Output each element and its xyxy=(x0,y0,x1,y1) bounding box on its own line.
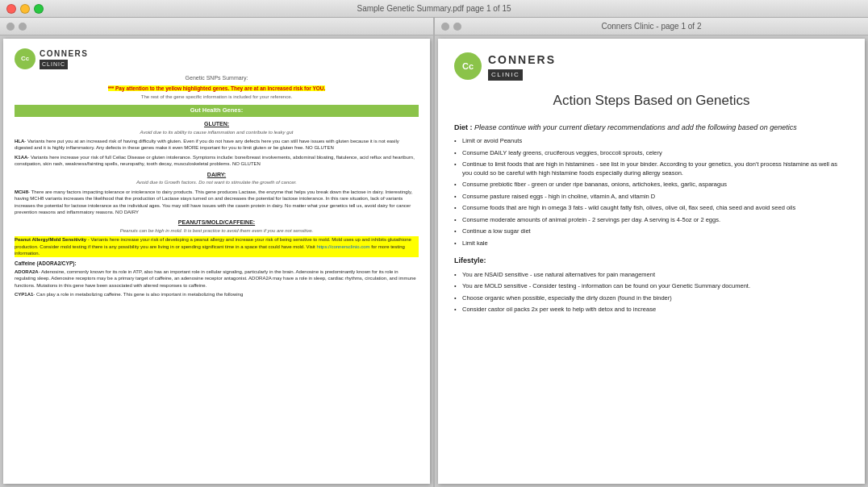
hla-body: - Variants here put you at an increased … xyxy=(15,139,399,150)
maximize-button[interactable] xyxy=(34,4,44,14)
lifestyle-bullet-3: •Choose organic when possible, especiall… xyxy=(454,294,849,303)
lifestyle-bullet-2: •You are MOLD sensitive - Consider testi… xyxy=(454,282,849,291)
left-subtext: The rest of the gene specific informatio… xyxy=(15,94,419,100)
lifestyle-bullet-4: •Consider castor oil packs 2x per week t… xyxy=(454,306,849,314)
diet-intro: Please continue with your current dietar… xyxy=(474,123,797,131)
left-pdf-panel: Cc CONNERS CLINIC Genetic SNPs Summary: … xyxy=(0,18,433,487)
diet-bullet-8: •Continue a low sugar diet xyxy=(454,227,849,236)
caffeine-header: Caffeine (ADORA2/CYP): xyxy=(15,260,419,267)
right-logo-text: CONNERS CLINIC xyxy=(488,52,556,81)
peanuts-header: PEANUTS/MOLD/CAFFEINE: xyxy=(15,219,419,227)
right-main-title: Action Steps Based on Genetics xyxy=(454,90,849,111)
nav-btn-2[interactable] xyxy=(19,23,27,31)
cyp-text: CYP1A1- Can play a role in metabolizing … xyxy=(15,291,419,298)
diet-bullet-7: •Consume moderate amounts of animal prot… xyxy=(454,216,849,225)
gut-health-header: Gut Health Genes: xyxy=(15,105,419,117)
right-brand-sub: CLINIC xyxy=(488,69,523,81)
right-nav-btn-2[interactable] xyxy=(453,23,461,31)
left-pdf-nav xyxy=(6,23,27,31)
right-pdf-content-area: Cc CONNERS CLINIC Action Steps Based on … xyxy=(435,35,868,487)
mch8-label: MCH8 xyxy=(15,189,28,194)
k1aa-label: K1AA xyxy=(15,155,27,160)
mch8-body: - There are many factors impacting toler… xyxy=(15,189,412,214)
diet-bullet-1: •Limit or avoid Peanuts xyxy=(454,137,849,146)
diet-bullets-container: •Limit or avoid Peanuts •Consume DAILY l… xyxy=(454,137,849,248)
dairy-header: DAIRY: xyxy=(15,171,419,179)
gluten-header: GLUTEN: xyxy=(15,120,419,128)
right-pdf-panel: Conners Clinic - page 1 of 2 Cc CONNERS … xyxy=(435,18,868,487)
left-pdf-content-area: Cc CONNERS CLINIC Genetic SNPs Summary: … xyxy=(0,35,433,487)
diet-bullet-3: •Continue to limit foods that are high i… xyxy=(454,160,849,177)
left-pdf-toolbar xyxy=(0,18,433,35)
warning-highlight: *** Pay attention to the yellow highligh… xyxy=(108,85,326,91)
minimize-button[interactable] xyxy=(20,4,30,14)
k1aa-body: - Variants here increase your risk of fu… xyxy=(15,155,415,166)
peanut-allergy-highlight: Peanut Allergy/Mold Sensitivity - Varian… xyxy=(15,236,419,256)
lifestyle-label: Lifestyle: xyxy=(454,256,849,267)
left-logo-circle: Cc xyxy=(15,48,35,69)
dairy-italic: Avoid due to Growth factors. Do not want… xyxy=(15,179,419,185)
diet-label-text: Diet : xyxy=(454,123,473,131)
cyp-label: CYP1A1 xyxy=(15,292,33,297)
right-logo-area: Cc CONNERS CLINIC xyxy=(454,52,849,81)
mch8-text: MCH8- There are many factors impacting t… xyxy=(15,189,419,216)
left-pdf-tab-title: Sample Genetic Summary.pdf page 1 of 15 xyxy=(357,4,511,13)
diet-bullet-9: •Limit kale xyxy=(454,239,849,248)
right-pdf-nav xyxy=(441,23,461,31)
hla-text: HLA- Variants here put you at an increas… xyxy=(15,138,419,152)
diet-bullet-6: •Consume foods that are high in omega 3 … xyxy=(454,204,849,213)
lifestyle-bullet-1: •You are NSAID sensitive - use natural a… xyxy=(454,271,849,280)
peanut-allergy-label: Peanut Allergy/Mold Sensitivity xyxy=(15,237,86,242)
diet-bullet-4: •Consume prebiotic fiber - green or unde… xyxy=(454,181,849,189)
right-pdf-page: Cc CONNERS CLINIC Action Steps Based on … xyxy=(438,39,865,484)
left-pdf-page: Cc CONNERS CLINIC Genetic SNPs Summary: … xyxy=(3,39,430,484)
gluten-italic: Avoid due to its ability to cause inflam… xyxy=(15,129,419,135)
right-pdf-toolbar: Conners Clinic - page 1 of 2 xyxy=(435,18,868,35)
cyp-body: - Can play a role in metabolizing caffei… xyxy=(33,292,243,297)
adora-text: ADORA2A- Adenosine, commonly known for i… xyxy=(15,268,419,289)
lifestyle-bullets-container: •You are NSAID sensitive - use natural a… xyxy=(454,271,849,314)
hla-label: HLA xyxy=(15,139,24,144)
nav-btn-1[interactable] xyxy=(6,23,15,31)
diet-bullet-2: •Consume DAILY leafy greens, cruciferous… xyxy=(454,149,849,158)
adora-body: - Adenosine, commonly known for its role… xyxy=(15,269,416,288)
left-logo-text: CONNERS CLINIC xyxy=(40,48,89,69)
left-logo-area: Cc CONNERS CLINIC xyxy=(15,48,419,69)
peanut-link[interactable]: https://connersclinio.com xyxy=(316,244,369,249)
adora-label: ADORA2A xyxy=(15,269,39,274)
right-logo-circle: Cc xyxy=(454,52,482,80)
window-controls-left xyxy=(6,4,44,14)
diet-bullet-5: •Consume pasture raised eggs - high in c… xyxy=(454,193,849,202)
left-brand-name: CONNERS xyxy=(40,48,89,60)
k1aa-text: K1AA- Variants here increase your risk o… xyxy=(15,154,419,168)
left-brand-sub: CLINIC xyxy=(40,60,68,69)
left-warning: *** Pay attention to the yellow highligh… xyxy=(15,85,419,92)
peanuts-italic: Peanuts can be high in mold. It is best … xyxy=(15,227,419,234)
left-section-title: Genetic SNPs Summary: xyxy=(15,74,419,82)
right-pdf-tab-title: Conners Clinic - page 1 of 2 xyxy=(602,22,702,31)
diet-label: Diet : Please continue with your current… xyxy=(454,123,849,134)
right-brand-name: CONNERS xyxy=(488,52,556,69)
right-nav-btn-1[interactable] xyxy=(441,23,449,31)
close-button[interactable] xyxy=(6,4,16,14)
